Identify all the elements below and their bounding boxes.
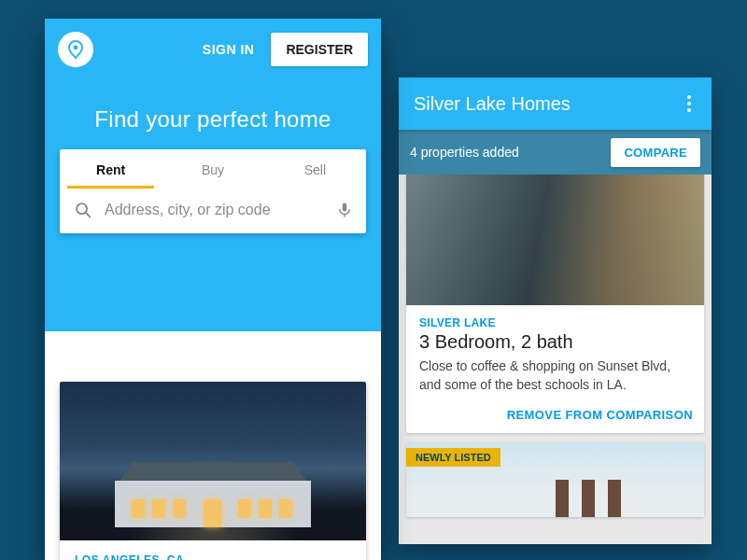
snackbar-text: 4 properties added bbox=[410, 145, 519, 160]
compare-button[interactable]: COMPARE bbox=[611, 138, 700, 167]
svg-point-0 bbox=[74, 46, 78, 50]
overflow-menu-icon[interactable] bbox=[682, 95, 697, 112]
search-input[interactable]: Address, city, or zip code bbox=[105, 202, 325, 218]
svg-point-1 bbox=[77, 203, 87, 214]
topbar: SIGN IN REGISTER bbox=[45, 32, 381, 67]
sign-in-link[interactable]: SIGN IN bbox=[203, 42, 255, 57]
search-row: Address, city, or zip code bbox=[60, 189, 366, 233]
tab-buy[interactable]: Buy bbox=[162, 149, 263, 189]
register-button[interactable]: REGISTER bbox=[271, 33, 368, 66]
property-title: 3 Bedroom, 2 bath bbox=[419, 331, 691, 353]
microphone-icon[interactable] bbox=[336, 200, 353, 220]
hero-headline: Find your perfect home bbox=[45, 106, 381, 133]
photo-decoration bbox=[115, 462, 311, 527]
property-card[interactable]: NEWLY LISTED bbox=[406, 442, 704, 517]
search-icon bbox=[73, 200, 93, 220]
featured-photo bbox=[60, 382, 366, 540]
property-photo bbox=[406, 165, 704, 305]
featured-card[interactable]: LOS ANGELES, CA Newest Listings bbox=[60, 382, 366, 560]
newly-listed-badge: NEWLY LISTED bbox=[406, 448, 500, 467]
property-card[interactable]: NEWLY LISTED SILVER LAKE 3 Bedroom, 2 ba… bbox=[406, 165, 704, 433]
property-neighborhood: SILVER LAKE bbox=[419, 316, 691, 329]
photo-decoration bbox=[556, 480, 621, 517]
search-card: Rent Buy Sell Address, city, or zip code bbox=[60, 149, 366, 233]
svg-line-2 bbox=[86, 213, 90, 217]
compare-snackbar: 4 properties added COMPARE bbox=[399, 130, 712, 175]
svg-rect-3 bbox=[343, 203, 347, 212]
brand-logo-icon[interactable] bbox=[58, 32, 93, 67]
tab-rent[interactable]: Rent bbox=[60, 149, 162, 189]
tab-sell[interactable]: Sell bbox=[264, 149, 366, 189]
phone-home-screen: SIGN IN REGISTER Find your perfect home … bbox=[45, 19, 381, 560]
appbar: Silver Lake Homes bbox=[399, 77, 712, 130]
search-tabs: Rent Buy Sell bbox=[60, 149, 366, 189]
appbar-title: Silver Lake Homes bbox=[414, 93, 571, 115]
remove-from-comparison-button[interactable]: REMOVE FROM COMPARISON bbox=[507, 408, 693, 422]
compare-list: NEWLY LISTED SILVER LAKE 3 Bedroom, 2 ba… bbox=[399, 165, 712, 517]
hero: SIGN IN REGISTER Find your perfect home … bbox=[45, 19, 381, 331]
property-description: Close to coffee & shopping on Sunset Blv… bbox=[419, 357, 691, 395]
featured-location: LOS ANGELES, CA bbox=[75, 553, 351, 560]
phone-compare-screen: Silver Lake Homes 4 properties added COM… bbox=[399, 77, 712, 544]
